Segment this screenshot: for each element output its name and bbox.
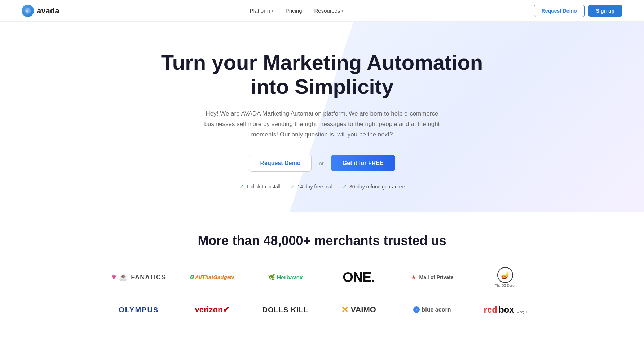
circle-icon: 🪔	[497, 267, 513, 283]
x-icon: ✕	[341, 305, 348, 315]
nav-resources[interactable]: Resources ▾	[310, 5, 348, 16]
checkmark-icon: ✔	[223, 305, 229, 314]
logo-vaimo: ✕ VAIMO	[326, 299, 392, 321]
dot-icon: ●	[413, 306, 420, 313]
hero-section: Turn your Marketing Automation into Simp…	[0, 22, 644, 212]
hero-title: Turn your Marketing Automation into Simp…	[160, 51, 484, 99]
merchants-section: More than 48,000+ merchants trusted us ♥…	[0, 212, 644, 335]
badge-refund: ✓ 30-day refund guarantee	[343, 183, 405, 190]
logo-ozdecor: 🪔 The OZ Decor	[472, 266, 538, 288]
logo-redbox: redbox by SQU	[472, 299, 538, 321]
check-icon: ✓	[291, 183, 295, 190]
request-demo-button[interactable]: Request Demo	[534, 5, 585, 17]
nav-links: Platform ▾ Pricing Resources ▾	[246, 5, 348, 16]
nav-platform[interactable]: Platform ▾	[246, 5, 278, 16]
logo-dollskill: DOLLS KILL	[252, 299, 318, 321]
nav-actions: Request Demo Sign up	[534, 5, 622, 17]
logo[interactable]: a avada	[22, 5, 59, 17]
heart-icon: ♥	[111, 273, 116, 282]
check-icon: ✓	[239, 183, 244, 190]
chevron-down-icon: ▾	[341, 9, 343, 13]
navbar: a avada Platform ▾ Pricing Resources ▾ R…	[0, 0, 644, 22]
logo-mallofprivate: ★ Mall of Private	[399, 266, 465, 288]
mug-icon: ☕	[119, 273, 128, 282]
star-icon: ★	[411, 273, 416, 281]
hero-or-text: or	[319, 160, 323, 166]
hero-cta: Request Demo or Get it for FREE	[160, 155, 484, 172]
merchants-logos-grid: ♥ ☕ FANATICS ⚙AllThatGadgets 🌿 Herbavex …	[106, 266, 538, 321]
logo-allthatgadgets: ⚙AllThatGadgets	[179, 266, 245, 288]
gadget-icon: ⚙	[189, 274, 194, 280]
logo-fanatics: ♥ ☕ FANATICS	[106, 266, 172, 288]
badge-install: ✓ 1-click to install	[239, 183, 281, 190]
logo-verizon: verizon✔	[179, 299, 245, 321]
hero-subtitle: Hey! We are AVADA Marketing Automation p…	[196, 109, 448, 140]
logo-text: avada	[37, 6, 59, 16]
merchants-title: More than 48,000+ merchants trusted us	[22, 233, 622, 248]
hero-content: Turn your Marketing Automation into Simp…	[160, 51, 484, 190]
logo-icon: a	[22, 5, 34, 17]
badge-trial: ✓ 14-day free trial	[291, 183, 332, 190]
nav-pricing[interactable]: Pricing	[281, 5, 306, 16]
logo-one: ONE.	[326, 266, 392, 288]
hero-get-free-button[interactable]: Get it for FREE	[331, 155, 395, 171]
svg-text:a: a	[26, 9, 28, 13]
check-icon: ✓	[343, 183, 347, 190]
hero-request-demo-button[interactable]: Request Demo	[249, 155, 312, 172]
logo-blueacorn: ● blue acorn	[399, 299, 465, 321]
hero-badges: ✓ 1-click to install ✓ 14-day free trial…	[160, 183, 484, 190]
logo-herbavex: 🌿 Herbavex	[252, 266, 318, 288]
signup-button[interactable]: Sign up	[588, 5, 622, 17]
chevron-down-icon: ▾	[272, 9, 273, 13]
logo-olympus: OLYMPUS	[106, 299, 172, 321]
